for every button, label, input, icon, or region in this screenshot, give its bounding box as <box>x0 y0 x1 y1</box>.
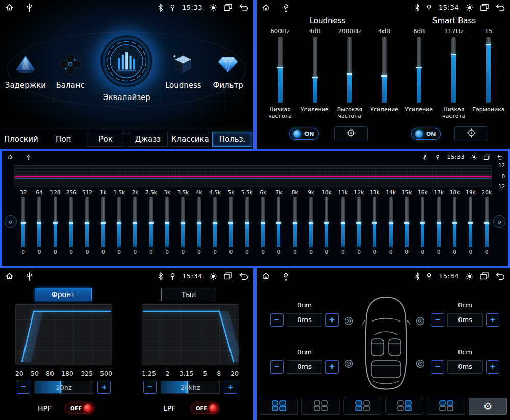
home-icon[interactable] <box>262 3 270 12</box>
eq-band-slider[interactable] <box>149 197 153 247</box>
recent-apps-icon[interactable] <box>480 4 489 11</box>
eq-band-slider[interactable] <box>101 197 105 247</box>
eq-band-slider[interactable] <box>69 197 73 247</box>
brightness-icon[interactable] <box>209 4 217 12</box>
slider-track[interactable] <box>313 37 317 103</box>
eq-band-slider[interactable] <box>405 197 409 247</box>
front-left-speaker-icon[interactable] <box>344 316 353 328</box>
delay-increase-button[interactable]: + <box>486 313 499 327</box>
preset-tab-3[interactable]: Рок <box>86 132 126 147</box>
delay-increase-button[interactable]: + <box>325 360 339 374</box>
eq-band-slider[interactable] <box>197 197 201 247</box>
brightness-icon[interactable] <box>471 154 477 160</box>
hpf-off-toggle[interactable]: OFF <box>65 403 94 414</box>
preset-tab-1[interactable]: Плоский <box>1 132 41 147</box>
eq-band-slider[interactable] <box>469 197 472 247</box>
delay-increase-button[interactable]: + <box>325 313 339 327</box>
recent-apps-icon[interactable] <box>480 272 489 280</box>
hpf-decrease-button[interactable]: − <box>17 381 30 394</box>
slider-track[interactable] <box>382 37 387 103</box>
eq-band-slider[interactable] <box>341 197 345 247</box>
slider-track[interactable] <box>417 37 421 103</box>
rear-left-speaker-icon[interactable] <box>344 359 353 370</box>
menu-item-delays[interactable]: Задержки <box>3 33 48 90</box>
slider-track[interactable] <box>451 37 456 103</box>
eq-band-slider[interactable] <box>181 197 185 247</box>
eq-band-slider[interactable] <box>213 197 217 247</box>
eq-next-page-button[interactable]: » <box>493 215 505 228</box>
eq-band-slider[interactable] <box>373 197 376 247</box>
home-icon[interactable] <box>5 3 14 12</box>
preset-tab-6[interactable]: Польз. <box>212 132 252 147</box>
lpf-decrease-button[interactable]: − <box>143 381 157 394</box>
delay-decrease-button[interactable]: − <box>270 313 284 327</box>
menu-item-loudness[interactable]: Loudness <box>161 33 206 90</box>
eq-band-slider[interactable] <box>261 197 265 247</box>
eq-band-slider[interactable] <box>229 197 233 247</box>
loudness-on-toggle[interactable]: ON <box>289 128 319 140</box>
lpf-increase-button[interactable]: + <box>224 381 237 394</box>
eq-band-slider[interactable] <box>293 197 297 247</box>
eq-band-slider[interactable] <box>37 197 41 247</box>
settings-button[interactable]: ⚙ <box>469 398 507 415</box>
brightness-icon[interactable] <box>209 272 217 280</box>
eq-band-slider[interactable] <box>245 197 249 247</box>
delay-increase-button[interactable]: + <box>486 360 499 374</box>
eq-band-slider[interactable] <box>357 197 361 247</box>
back-icon[interactable] <box>495 4 505 11</box>
menu-item-equalizer[interactable]: Эквалайзер <box>93 33 161 102</box>
hpf-increase-button[interactable]: + <box>97 381 111 394</box>
slider-track[interactable] <box>486 37 491 103</box>
smartbass-on-toggle[interactable]: ON <box>411 128 441 140</box>
recent-apps-icon[interactable] <box>224 4 232 11</box>
smartbass-reset-button[interactable] <box>454 126 488 141</box>
eq-band-slider[interactable] <box>21 197 25 247</box>
speaker-zone-button-3[interactable] <box>343 398 381 415</box>
preset-tab-4[interactable]: Джазз <box>128 132 168 147</box>
home-icon[interactable] <box>7 154 13 160</box>
eq-band-slider[interactable] <box>453 197 456 247</box>
preset-tab-5[interactable]: Классика <box>170 132 210 147</box>
back-icon[interactable] <box>239 4 248 11</box>
delay-decrease-button[interactable]: − <box>270 360 284 374</box>
delay-decrease-button[interactable]: − <box>431 360 444 374</box>
back-icon[interactable] <box>495 272 505 280</box>
front-right-speaker-icon[interactable] <box>416 316 425 328</box>
eq-band-slider[interactable] <box>485 197 489 247</box>
loudness-reset-button[interactable] <box>334 126 368 141</box>
lpf-frequency-slider[interactable]: 20khz <box>161 381 220 394</box>
menu-item-balance[interactable]: Баланс <box>48 33 93 90</box>
eq-band-slider[interactable] <box>165 197 169 247</box>
eq-band-slider[interactable] <box>117 197 121 247</box>
lpf-off-toggle[interactable]: OFF <box>191 403 219 414</box>
speaker-zone-button-5[interactable] <box>427 398 465 415</box>
eq-band-slider[interactable] <box>277 197 280 247</box>
menu-item-filter[interactable]: Фильтр <box>206 33 250 90</box>
back-icon[interactable] <box>497 154 503 160</box>
eq-band-slider[interactable] <box>309 197 313 247</box>
tab-rear[interactable]: Тыл <box>161 288 216 301</box>
home-icon[interactable] <box>262 271 270 280</box>
speaker-zone-button-2[interactable] <box>301 398 340 415</box>
slider-track[interactable] <box>278 37 283 103</box>
speaker-zone-button-4[interactable] <box>385 398 423 415</box>
eq-band-slider[interactable] <box>325 197 328 247</box>
hpf-frequency-slider[interactable]: 20hz <box>34 381 93 394</box>
home-icon[interactable] <box>5 271 14 280</box>
eq-band-slider[interactable] <box>437 197 441 247</box>
eq-band-slider[interactable] <box>85 197 89 247</box>
slider-track[interactable] <box>347 37 352 103</box>
eq-band-slider[interactable] <box>133 197 137 247</box>
delay-decrease-button[interactable]: − <box>431 313 444 327</box>
back-icon[interactable] <box>239 272 248 280</box>
brightness-icon[interactable] <box>466 4 474 12</box>
preset-tab-2[interactable]: Поп <box>43 132 84 147</box>
recent-apps-icon[interactable] <box>484 154 490 160</box>
tab-front[interactable]: Фронт <box>35 288 92 301</box>
speaker-zone-button-1[interactable] <box>260 398 298 415</box>
brightness-icon[interactable] <box>466 272 474 280</box>
eq-band-slider[interactable] <box>54 197 57 247</box>
eq-band-slider[interactable] <box>421 197 424 247</box>
rear-right-speaker-icon[interactable] <box>416 359 425 370</box>
recent-apps-icon[interactable] <box>224 272 232 280</box>
